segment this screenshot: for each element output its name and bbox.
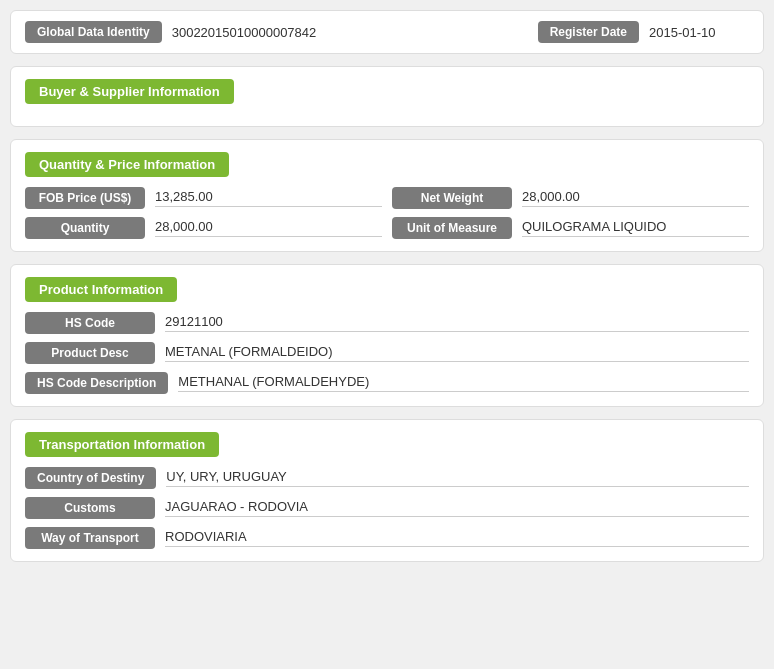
global-data-identity-value: 30022015010000007842 — [172, 25, 528, 40]
buyer-supplier-card: Buyer & Supplier Information — [10, 66, 764, 127]
transportation-card: Transportation Information Country of De… — [10, 419, 764, 562]
quantity-price-title: Quantity & Price Information — [25, 152, 229, 177]
fob-price-label: FOB Price (US$) — [25, 187, 145, 209]
unit-of-measure-col: Unit of Measure QUILOGRAMA LIQUIDO — [392, 217, 749, 239]
fob-net-row: FOB Price (US$) 13,285.00 Net Weight 28,… — [25, 187, 749, 209]
unit-of-measure-label: Unit of Measure — [392, 217, 512, 239]
quantity-col: Quantity 28,000.00 — [25, 217, 382, 239]
net-weight-value: 28,000.00 — [522, 189, 749, 207]
country-of-destiny-label: Country of Destiny — [25, 467, 156, 489]
quantity-price-card: Quantity & Price Information FOB Price (… — [10, 139, 764, 252]
product-card: Product Information HS Code 29121100 Pro… — [10, 264, 764, 407]
qty-uom-row: Quantity 28,000.00 Unit of Measure QUILO… — [25, 217, 749, 239]
transportation-title: Transportation Information — [25, 432, 219, 457]
hs-code-desc-label: HS Code Description — [25, 372, 168, 394]
unit-of-measure-value: QUILOGRAMA LIQUIDO — [522, 219, 749, 237]
hs-code-label: HS Code — [25, 312, 155, 334]
country-of-destiny-row: Country of Destiny UY, URY, URUGUAY — [25, 467, 749, 489]
way-of-transport-label: Way of Transport — [25, 527, 155, 549]
country-of-destiny-value: UY, URY, URUGUAY — [166, 469, 749, 487]
quantity-value: 28,000.00 — [155, 219, 382, 237]
product-desc-value: METANAL (FORMALDEIDO) — [165, 344, 749, 362]
net-weight-col: Net Weight 28,000.00 — [392, 187, 749, 209]
way-of-transport-value: RODOVIARIA — [165, 529, 749, 547]
product-desc-label: Product Desc — [25, 342, 155, 364]
hs-code-value: 29121100 — [165, 314, 749, 332]
customs-label: Customs — [25, 497, 155, 519]
buyer-supplier-title: Buyer & Supplier Information — [25, 79, 234, 104]
customs-row: Customs JAGUARAO - RODOVIA — [25, 497, 749, 519]
fob-price-value: 13,285.00 — [155, 189, 382, 207]
way-of-transport-row: Way of Transport RODOVIARIA — [25, 527, 749, 549]
product-desc-row: Product Desc METANAL (FORMALDEIDO) — [25, 342, 749, 364]
fob-price-col: FOB Price (US$) 13,285.00 — [25, 187, 382, 209]
register-date-value: 2015-01-10 — [649, 25, 749, 40]
hs-code-desc-row: HS Code Description METHANAL (FORMALDEHY… — [25, 372, 749, 394]
global-data-identity-label: Global Data Identity — [25, 21, 162, 43]
hs-code-desc-value: METHANAL (FORMALDEHYDE) — [178, 374, 749, 392]
product-title: Product Information — [25, 277, 177, 302]
register-date-label: Register Date — [538, 21, 639, 43]
customs-value: JAGUARAO - RODOVIA — [165, 499, 749, 517]
global-data-row: Global Data Identity 3002201501000000784… — [10, 10, 764, 54]
quantity-label: Quantity — [25, 217, 145, 239]
net-weight-label: Net Weight — [392, 187, 512, 209]
hs-code-row: HS Code 29121100 — [25, 312, 749, 334]
